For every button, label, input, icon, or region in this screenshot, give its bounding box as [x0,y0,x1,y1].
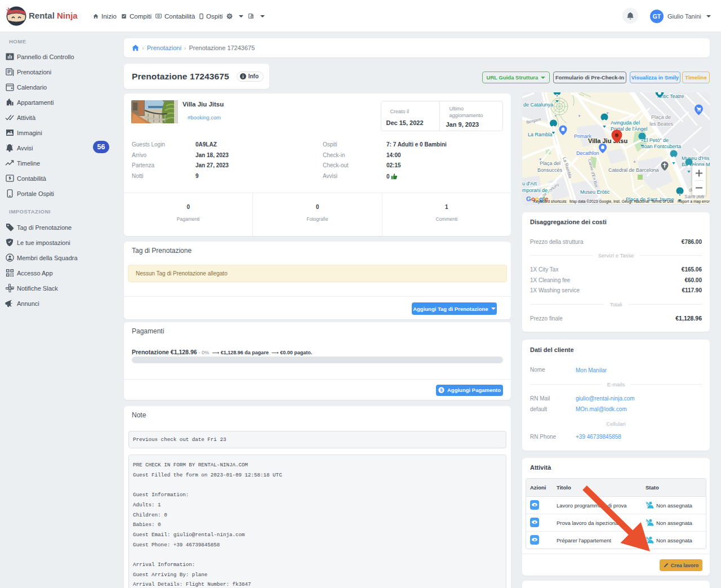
svg-text:Plaça de: Plaça de [651,114,671,120]
svg-text:Bonsuccés: Bonsuccés [537,167,563,173]
svg-text:"El Petó" de: "El Petó" de [642,137,669,143]
svg-text:La Rambla: La Rambla [528,132,553,137]
svg-text:Report a map error: Report a map error [678,199,710,204]
svg-text:Catedral de Barcelona: Catedral de Barcelona [608,167,659,173]
svg-text:Villa Jiu Jitsu: Villa Jiu Jitsu [588,137,627,144]
svg-text:Plaça del: Plaça del [540,161,560,166]
svg-text:les Beates: les Beates [649,121,674,127]
svg-text:Museu Eròtic: Museu Eròtic [580,189,610,195]
svg-text:mporani de...: mporani de... [522,188,552,193]
svg-text:G: G [526,195,531,202]
svg-text:u d'Art: u d'Art [522,181,537,186]
svg-text:Joan Fontcuberta: Joan Fontcuberta [642,144,681,149]
svg-text:Museu d'His: Museu d'His [682,155,710,161]
svg-text:Terms of Use: Terms of Use [651,199,674,203]
svg-text:Keyboard shortcuts: Keyboard shortcuts [533,199,567,204]
svg-text:Decathlon: Decathlon [576,150,599,156]
svg-text:Map data ©2023 Google, Inst. G: Map data ©2023 Google, Inst. Geogr. Naci… [569,199,649,204]
svg-text:Avinguda del: Avinguda del [611,120,640,126]
svg-text:de Catalunya: de Catalunya [523,102,553,108]
